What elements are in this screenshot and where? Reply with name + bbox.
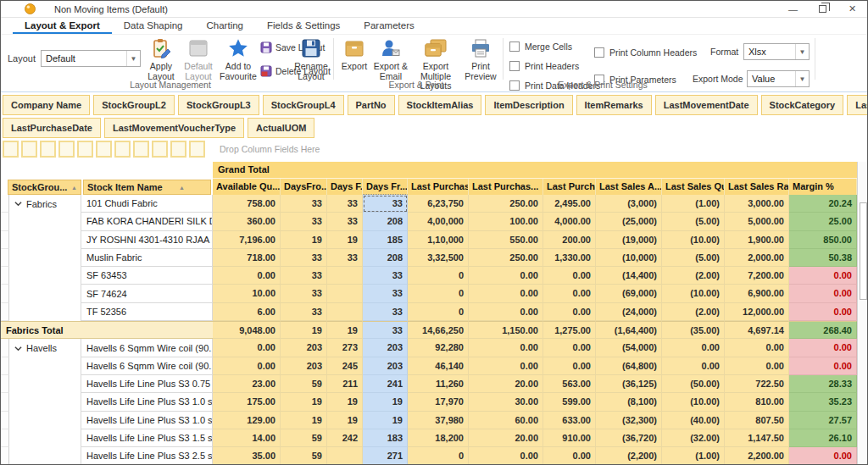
grid-cell[interactable]: 183	[363, 429, 408, 447]
grid-cell[interactable]: 758.00	[213, 195, 281, 213]
grid-cell[interactable]: 19	[281, 321, 327, 339]
item-name-cell[interactable]: Havells Life Line Plus S3 1.0 sq...	[81, 393, 213, 411]
grid-cell[interactable]: 175.00	[213, 393, 281, 411]
grid-cell[interactable]: 0.00	[213, 339, 281, 357]
grid-cell[interactable]: 0.00	[543, 285, 596, 302]
grid-cell[interactable]: 27.57	[789, 412, 857, 429]
column-header[interactable]: Days Fr...	[363, 179, 408, 195]
grid-cell[interactable]: 59	[281, 429, 327, 447]
rename-layout-button[interactable]: Rename Layout	[292, 36, 330, 81]
apply-layout-button[interactable]: Apply Layout	[143, 36, 179, 81]
grid-cell[interactable]: 18,200	[408, 429, 469, 447]
grid-cell[interactable]: 30.00	[469, 393, 543, 411]
grid-cell[interactable]: 26.10	[789, 429, 857, 447]
grid-cell[interactable]: 14.00	[213, 429, 281, 447]
group-cell[interactable]	[9, 267, 81, 285]
grid-cell[interactable]: (10.00)	[662, 285, 725, 302]
column-header[interactable]: Last Sales Qu...	[662, 179, 725, 195]
grid-cell[interactable]: 563.00	[543, 375, 596, 393]
export-button[interactable]: Export	[338, 36, 370, 72]
group-cell[interactable]	[9, 249, 81, 267]
item-name-cell[interactable]: Havells 6 Sqmm Wire coil (90...	[81, 339, 213, 357]
grid-cell[interactable]: 33	[281, 285, 327, 302]
grid-cell[interactable]: 50.38	[789, 249, 857, 267]
grid-cell[interactable]: 37,980	[408, 412, 469, 429]
grid-cell[interactable]: (1,64,400)	[596, 321, 662, 339]
field-chip[interactable]: StockGroupL2	[93, 95, 175, 115]
grid-cell[interactable]: 633.00	[543, 412, 596, 429]
grid-cell[interactable]: 19	[327, 231, 363, 249]
grid-cell[interactable]: 0.00	[789, 303, 857, 321]
grid-cell[interactable]: 0	[408, 285, 469, 302]
grid-cell[interactable]: 7,200.00	[725, 267, 789, 285]
group-cell[interactable]	[9, 447, 81, 465]
field-chip[interactable]: StockItemAlias	[398, 95, 482, 115]
grid-cell[interactable]: 33	[363, 195, 408, 213]
grid-cell[interactable]: 33	[327, 213, 363, 230]
grid-cell[interactable]: 0.00	[725, 357, 789, 375]
grid-cell[interactable]: (25,000)	[596, 213, 662, 230]
grid-cell[interactable]: 17,970	[408, 393, 469, 411]
grid-cell[interactable]: 0.00	[662, 357, 725, 375]
format-combobox[interactable]: Xlsx ▼	[743, 43, 810, 60]
grid-cell[interactable]: (32.00)	[662, 429, 725, 447]
grid-cell[interactable]: 20.24	[789, 195, 857, 213]
grid-cell[interactable]: 203	[363, 339, 408, 357]
grid-cell[interactable]: 0.00	[543, 447, 596, 465]
grid-cell[interactable]: 268.40	[789, 321, 857, 339]
group-cell[interactable]	[9, 213, 81, 230]
grid-cell[interactable]: 9,048.00	[213, 321, 281, 339]
grid-cell[interactable]: 20.00	[469, 375, 543, 393]
grid-cell[interactable]: 203	[281, 339, 327, 357]
grid-cell[interactable]: 33	[281, 267, 327, 285]
grid-cell[interactable]: 208	[363, 249, 408, 267]
grid-cell[interactable]: (3,000)	[596, 195, 662, 213]
group-cell[interactable]	[9, 429, 81, 447]
grid-cell[interactable]: 19	[363, 412, 408, 429]
field-chip[interactable]: StockCategory	[761, 95, 844, 115]
grid-cell[interactable]: 33	[281, 213, 327, 230]
column-header[interactable]: Last Sales A...	[596, 179, 662, 195]
grid-cell[interactable]: 6,900.00	[725, 285, 789, 302]
item-name-cell[interactable]: 101 Chudi Fabric	[81, 195, 213, 213]
merge-cells-checkbox[interactable]: Merge Cells	[509, 42, 572, 52]
grid-cell[interactable]: 28.33	[789, 375, 857, 393]
column-header[interactable]: DaysFro...	[281, 179, 327, 195]
item-name-cell[interactable]: SF 74624	[81, 285, 213, 302]
grid-cell[interactable]: 0.00	[789, 267, 857, 285]
grid-cell[interactable]: 11,260	[408, 375, 469, 393]
grid-cell[interactable]: 0.00	[789, 357, 857, 375]
grid-cell[interactable]: 0.00	[789, 285, 857, 302]
grid-cell[interactable]: (14,400)	[596, 267, 662, 285]
grid-cell[interactable]: 0.00	[543, 339, 596, 357]
grid-cell[interactable]: 203	[281, 357, 327, 375]
grid-cell[interactable]: 129.00	[213, 412, 281, 429]
column-header[interactable]: Last Sales Rate	[725, 179, 789, 195]
grid-cell[interactable]: 4,00,000	[408, 213, 469, 230]
grid-cell[interactable]: (10.00)	[662, 393, 725, 411]
grid-cell[interactable]: 0.00	[213, 267, 281, 285]
tab-fields-settings[interactable]: Fields & Settings	[255, 19, 352, 34]
grid-cell[interactable]: 7,196.00	[213, 231, 281, 249]
grid-cell[interactable]: 60.00	[469, 412, 543, 429]
grid-cell[interactable]: 6,23,750	[408, 195, 469, 213]
grid-cell[interactable]: (8,100)	[596, 393, 662, 411]
group-cell[interactable]	[9, 285, 81, 302]
grid-cell[interactable]: 1,275.00	[543, 321, 596, 339]
column-header-stockgroup[interactable]: StockGrou... ▲	[8, 180, 81, 195]
field-chip[interactable]: LastPurchaseDate	[3, 118, 101, 138]
grid-cell[interactable]: 0.00	[789, 339, 857, 357]
field-chip[interactable]: LastMovementDate	[655, 95, 758, 115]
grid-cell[interactable]: (50.00)	[662, 375, 725, 393]
grid-cell[interactable]: 19	[281, 393, 327, 411]
column-header[interactable]: Last Purchas...	[469, 179, 543, 195]
grid-cell[interactable]: (10.00)	[662, 231, 725, 249]
grid-cell[interactable]: 0.00	[469, 267, 543, 285]
grid-cell[interactable]: 19	[327, 393, 363, 411]
grid-cell[interactable]: 2,200.00	[725, 447, 789, 465]
print-column-headers-checkbox[interactable]: Print Column Headers	[594, 47, 697, 58]
grid-cell[interactable]: (5.00)	[662, 213, 725, 230]
field-chip[interactable]: ItemDescription	[485, 95, 572, 115]
grid-cell[interactable]: 810.00	[725, 393, 789, 411]
grid-cell[interactable]: (36,720)	[596, 429, 662, 447]
